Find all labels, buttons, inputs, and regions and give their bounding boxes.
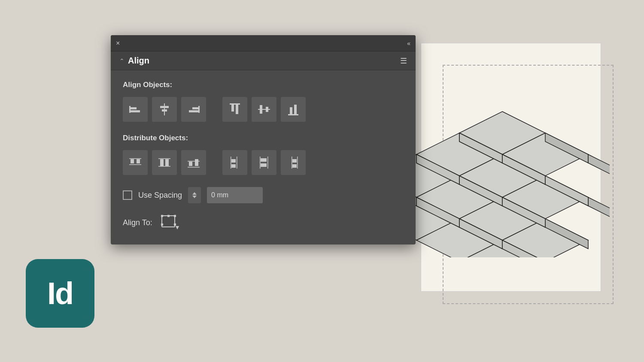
svg-rect-72 xyxy=(292,157,292,169)
svg-rect-51 xyxy=(294,105,297,114)
align-to-label: Align To: xyxy=(123,218,152,227)
panel-close-button[interactable]: × xyxy=(116,40,120,47)
svg-rect-45 xyxy=(236,105,238,114)
svg-rect-59 xyxy=(165,159,169,166)
svg-rect-57 xyxy=(158,166,170,167)
svg-rect-74 xyxy=(292,159,297,163)
panel-arrow-icon: ⌃ xyxy=(119,57,125,64)
svg-marker-21 xyxy=(588,197,610,227)
align-bottom-edges-button[interactable] xyxy=(281,97,306,122)
svg-rect-47 xyxy=(260,105,262,114)
svg-rect-53 xyxy=(129,164,141,165)
svg-rect-43 xyxy=(230,103,240,105)
panel-collapse-button[interactable]: « xyxy=(407,40,410,47)
distribute-bottom-button[interactable] xyxy=(181,150,206,175)
indesign-logo-text: Id xyxy=(47,276,73,311)
svg-rect-50 xyxy=(290,107,292,114)
svg-rect-71 xyxy=(261,163,267,167)
align-center-vertical-button[interactable] xyxy=(252,97,276,122)
distribute-center-vertical-button[interactable] xyxy=(252,150,276,175)
svg-rect-80 xyxy=(161,223,163,226)
align-to-button[interactable] xyxy=(158,213,181,232)
svg-rect-73 xyxy=(297,157,298,169)
svg-rect-41 xyxy=(192,107,198,109)
align-to-row: Align To: xyxy=(123,213,404,232)
svg-rect-48 xyxy=(266,107,268,112)
svg-rect-42 xyxy=(189,110,198,112)
use-spacing-checkbox[interactable] xyxy=(123,190,132,200)
svg-rect-66 xyxy=(231,159,236,163)
svg-rect-70 xyxy=(261,158,267,162)
align-panel: × « ⌃ Align ☰ Align Objects: xyxy=(111,35,416,244)
svg-rect-81 xyxy=(174,223,176,226)
svg-marker-16 xyxy=(588,154,610,184)
svg-rect-55 xyxy=(137,159,140,163)
svg-rect-69 xyxy=(267,157,268,169)
spacing-spinner[interactable] xyxy=(188,187,201,203)
svg-rect-68 xyxy=(260,157,261,169)
distribute-top-button[interactable] xyxy=(123,150,148,175)
svg-rect-44 xyxy=(231,105,234,112)
svg-rect-76 xyxy=(162,216,175,227)
panel-titlebar: × « xyxy=(111,35,416,51)
spinner-down-icon xyxy=(192,196,197,198)
distribute-left-button[interactable] xyxy=(222,150,247,175)
svg-rect-75 xyxy=(292,164,297,168)
svg-rect-56 xyxy=(158,158,170,159)
panel-title: Align xyxy=(128,56,400,66)
align-top-edges-button[interactable] xyxy=(222,97,247,122)
distribute-objects-label: Distribute Objects: xyxy=(123,134,404,142)
distribute-center-horizontal-button[interactable] xyxy=(152,150,177,175)
use-spacing-label: Use Spacing xyxy=(138,191,182,200)
align-right-edges-button[interactable] xyxy=(181,97,206,122)
svg-rect-65 xyxy=(237,157,237,169)
iso-grid xyxy=(395,94,610,257)
svg-rect-67 xyxy=(231,164,236,168)
svg-rect-35 xyxy=(131,107,137,109)
svg-rect-52 xyxy=(129,158,141,159)
svg-rect-34 xyxy=(129,106,131,113)
distribute-horizontal-group xyxy=(123,150,206,175)
svg-rect-36 xyxy=(131,110,140,112)
panel-content: Align Objects: xyxy=(111,70,416,244)
distribute-right-button[interactable] xyxy=(281,150,306,175)
align-objects-row xyxy=(123,97,404,122)
svg-rect-39 xyxy=(162,109,167,112)
indesign-logo: Id xyxy=(26,259,94,328)
align-center-horizontal-button[interactable] xyxy=(152,97,177,122)
distribute-objects-row xyxy=(123,150,404,175)
spinner-up-icon xyxy=(192,192,197,195)
svg-rect-77 xyxy=(161,215,163,217)
align-horizontal-group xyxy=(123,97,206,122)
svg-rect-79 xyxy=(174,215,176,217)
use-spacing-row: Use Spacing xyxy=(123,187,404,203)
svg-rect-38 xyxy=(160,106,169,108)
svg-rect-40 xyxy=(198,106,200,113)
svg-marker-82 xyxy=(176,226,179,229)
svg-rect-62 xyxy=(189,162,192,166)
align-vertical-group xyxy=(222,97,306,122)
align-left-edges-button[interactable] xyxy=(123,97,148,122)
panel-menu-button[interactable]: ☰ xyxy=(400,56,407,66)
svg-rect-61 xyxy=(188,167,200,168)
align-objects-label: Align Objects: xyxy=(123,81,404,89)
svg-rect-78 xyxy=(167,215,170,217)
svg-rect-64 xyxy=(231,157,231,169)
distribute-vertical-group xyxy=(222,150,306,175)
svg-rect-54 xyxy=(131,159,134,163)
spacing-input[interactable] xyxy=(207,187,263,203)
panel-header: ⌃ Align ☰ xyxy=(111,51,416,70)
svg-rect-49 xyxy=(288,114,298,115)
svg-rect-63 xyxy=(195,159,198,166)
svg-rect-58 xyxy=(160,159,164,166)
